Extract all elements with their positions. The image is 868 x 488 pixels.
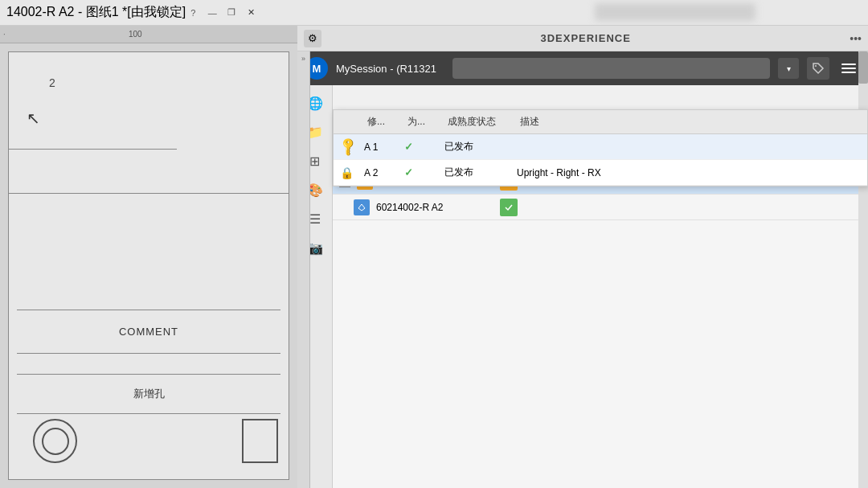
close-button[interactable]: ✕ [244, 6, 258, 20]
popup-desc-2: Upright - Right - RX [517, 167, 861, 178]
session-name: MySession - (R11321 [336, 63, 436, 75]
status-icon-2 [500, 199, 518, 216]
popup-icon-2: 🔒 [340, 166, 364, 179]
restore-button[interactable]: ❐ [224, 6, 239, 20]
tag-icon[interactable] [807, 57, 829, 80]
expand-arrow[interactable]: » [301, 55, 305, 63]
cursor-arrow: ↖ [27, 109, 40, 128]
drawing-area: · 2 ↖ COMMENT 新增孔 [0, 26, 297, 488]
minimize-button[interactable]: — [205, 6, 219, 20]
drawing-number: 2 [49, 76, 55, 89]
key-icon: 🔑 [337, 145, 359, 158]
window-title: 14002-R A2 - 图纸1 *[由我锁定] [6, 4, 186, 21]
blurred-search [595, 3, 755, 21]
check-icon-2: ✓ [404, 166, 413, 178]
bottom-circle-decoration [33, 419, 77, 463]
session-bar: M MySession - (R11321 ▾ [297, 51, 868, 85]
table-row[interactable]: 60214002-R A2 [333, 195, 868, 220]
svg-rect-9 [504, 203, 514, 212]
revision-popup: 修... 为... 成熟度状态 描述 🔑 A 1 ✓ [333, 145, 868, 187]
popup-target-1: ✓ [404, 145, 444, 153]
panel-separator: » [297, 51, 310, 488]
menu-line-1 [841, 64, 856, 65]
popup-target-2: ✓ [404, 166, 444, 178]
menu-line-2 [841, 68, 856, 69]
help-button[interactable]: ? [186, 6, 200, 20]
title-bar: 14002-R A2 - 图纸1 *[由我锁定] ? — ❐ ✕ [0, 0, 868, 26]
cell-name-2: 60214002-R A2 [339, 199, 500, 215]
popup-rev-2: A 2 [364, 167, 404, 178]
new-hole-box: 新增孔 [17, 374, 280, 414]
bottom-rect-decoration [242, 419, 278, 463]
lock-icon: 🔒 [340, 166, 354, 179]
popup-row[interactable]: 🔒 A 2 ✓ 已发布 Upright - Right - RX [334, 160, 867, 186]
session-dropdown-button[interactable]: ▾ [778, 58, 799, 79]
window-controls: ? — ❐ ✕ [186, 6, 258, 20]
menu-line-3 [841, 72, 856, 73]
comment-label: COMMENT [119, 326, 178, 338]
drawing-border: 2 ↖ COMMENT 新增孔 [8, 51, 289, 480]
ruler-label: · [3, 30, 6, 39]
hamburger-menu-icon[interactable] [837, 57, 860, 80]
session-search-box[interactable] [452, 58, 770, 79]
dx-content: 部件名称 状态 修... 为... 成熟度状态 描述 - [333, 145, 868, 488]
ruler: · [0, 26, 297, 43]
dx-panel: ⚙ 3DEXPERIENCE ••• M MySession - (R11321… [297, 26, 868, 488]
popup-rev-1: A 1 [364, 145, 404, 153]
dx-header: ⚙ 3DEXPERIENCE ••• [297, 26, 868, 51]
popup-row[interactable]: 🔑 A 1 ✓ 已发布 [334, 145, 867, 160]
cell-status-2 [500, 199, 548, 216]
popup-maturity-2: 已发布 [444, 166, 517, 179]
popup-icon-1: 🔑 [340, 145, 364, 154]
settings-icon[interactable]: ⚙ [304, 30, 321, 47]
comment-box: COMMENT [17, 310, 280, 354]
row-name-2: 60214002-R A2 [376, 202, 443, 213]
check-icon-1: ✓ [404, 145, 413, 153]
canvas-area[interactable]: 2 ↖ COMMENT 新增孔 [0, 43, 297, 488]
svg-point-0 [815, 65, 817, 67]
popup-maturity-1: 已发布 [444, 145, 517, 154]
main-container: · 2 ↖ COMMENT 新增孔 [0, 26, 868, 488]
dx-title: 3DEXPERIENCE [326, 32, 845, 44]
scrollbar-thumb[interactable] [858, 51, 868, 84]
product-icon-2 [354, 199, 370, 215]
more-options-icon[interactable]: ••• [850, 32, 862, 45]
new-hole-label: 新增孔 [133, 387, 165, 401]
